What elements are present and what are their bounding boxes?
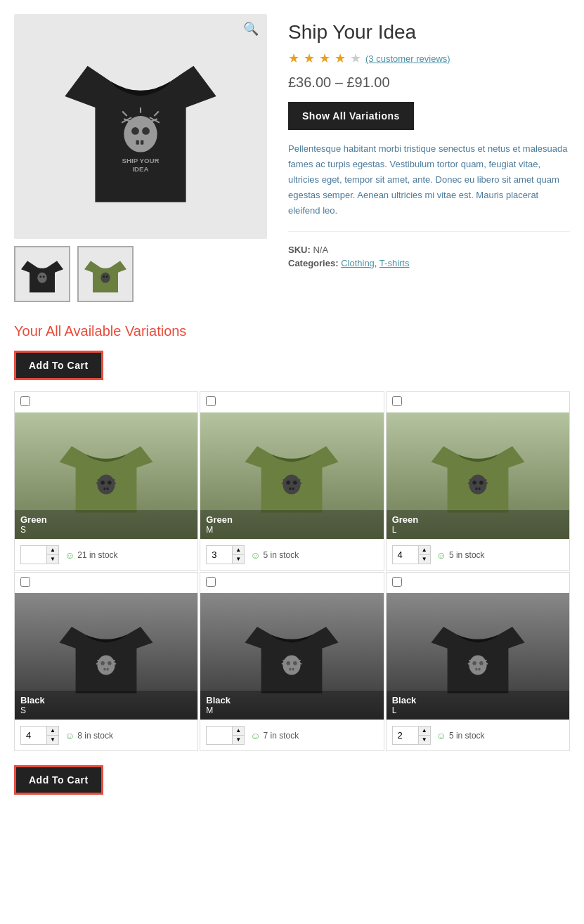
star-5: ★ [350,51,361,66]
variation-label-2: GreenL [387,510,569,539]
stock-icon-2: ☺ [436,549,446,561]
category-clothing[interactable]: Clothing [341,258,375,268]
stock-icon-5: ☺ [436,730,446,741]
thumbnail-green[interactable] [77,246,134,302]
variation-controls-1: ▲ ▼ ☺ 5 in stock [200,539,383,570]
star-3: ★ [319,51,330,66]
stock-text-5: 5 in stock [449,731,485,741]
variation-checkbox-row-5 [387,573,569,593]
zoom-icon[interactable]: 🔍 [243,21,259,37]
category-tshirts[interactable]: T-shirts [379,258,410,268]
reviews-link[interactable]: (3 customer reviews) [365,53,450,64]
svg-rect-55 [290,668,292,671]
variation-checkbox-3[interactable] [20,577,30,587]
title-prefix: Your [14,323,46,339]
qty-up-0[interactable]: ▲ [46,546,58,555]
variation-size-5: L [392,705,564,715]
variation-size-0: S [20,525,192,535]
categories-row: Categories: Clothing, T-shirts [288,258,570,268]
sku-row: SKU: N/A [288,245,570,255]
product-images-section: 🔍 SHIP YOUR IDEA [14,14,267,302]
svg-rect-46 [104,668,106,671]
qty-input-0[interactable] [21,547,46,563]
title-suffix: Available Variations [61,323,186,339]
variation-size-1: M [206,525,377,535]
svg-rect-3 [136,140,139,144]
qty-input-2[interactable] [393,547,418,563]
stock-info-4: ☺ 7 in stock [250,730,299,741]
variation-card-black-l: BlackL ▲ ▼ ☺ 5 in stock [386,572,570,751]
stock-info-5: ☺ 5 in stock [436,730,485,741]
variation-checkbox-1[interactable] [206,396,216,406]
product-title: Ship Your Idea [288,21,570,44]
qty-input-5[interactable] [393,727,418,743]
stock-text-2: 5 in stock [449,550,485,560]
variation-image-1: GreenM [200,412,383,539]
variations-title: Your All Available Variations [14,323,570,339]
svg-point-52 [283,656,301,675]
svg-rect-65 [479,668,481,671]
qty-input-wrap-2: ▲ ▼ [392,545,431,564]
svg-point-15 [106,275,108,278]
svg-point-12 [43,275,45,278]
svg-point-34 [469,475,486,495]
qty-down-3[interactable]: ▼ [46,736,58,744]
variation-checkbox-row-4 [200,573,383,593]
star-4: ★ [335,51,346,66]
add-to-cart-bottom-button[interactable]: Add To Cart [14,765,103,795]
variation-label-1: GreenM [200,510,383,539]
variation-checkbox-0[interactable] [20,396,30,406]
variation-checkbox-row-3 [15,573,197,593]
qty-up-1[interactable]: ▲ [232,546,244,555]
variation-checkbox-row-2 [387,392,569,412]
main-tshirt-svg: SHIP YOUR IDEA [63,28,218,225]
qty-down-4[interactable]: ▼ [232,736,244,744]
qty-up-4[interactable]: ▲ [232,727,244,736]
variation-checkbox-4[interactable] [206,577,216,587]
svg-point-11 [39,275,41,278]
qty-down-0[interactable]: ▼ [46,555,58,564]
variation-size-3: S [20,705,192,715]
svg-text:SHIP YOUR: SHIP YOUR [122,157,160,164]
svg-point-2 [142,127,150,135]
qty-input-4[interactable] [207,727,232,743]
qty-down-2[interactable]: ▼ [418,555,430,564]
qty-input-1[interactable] [207,547,232,563]
product-meta: SKU: N/A Categories: Clothing, T-shirts [288,245,570,268]
variation-checkbox-5[interactable] [392,577,402,587]
variation-image-3: BlackS [15,593,197,720]
stock-info-3: ☺ 8 in stock [65,730,113,741]
add-to-cart-top-button[interactable]: Add To Cart [14,351,103,380]
variations-section: Your All Available Variations Add To Car… [14,323,570,806]
qty-input-3[interactable] [21,727,46,743]
stock-info-0: ☺ 21 in stock [65,549,118,561]
title-highlight: All [46,323,61,339]
qty-up-5[interactable]: ▲ [418,727,430,736]
stock-text-4: 7 in stock [264,731,299,741]
svg-rect-20 [107,488,109,490]
stock-icon-4: ☺ [250,730,260,741]
stock-info-2: ☺ 5 in stock [436,549,485,561]
qty-arrows-5: ▲ ▼ [418,727,430,744]
qty-down-5[interactable]: ▼ [418,736,430,744]
svg-rect-29 [292,488,294,490]
qty-arrows-1: ▲ ▼ [232,546,244,564]
show-variations-button[interactable]: Show All Variations [288,102,414,130]
svg-point-10 [37,273,47,283]
star-1: ★ [288,51,299,66]
thumbnail-black[interactable] [14,246,70,302]
svg-rect-64 [475,668,477,671]
svg-rect-37 [475,488,477,490]
qty-up-3[interactable]: ▲ [46,727,58,736]
svg-point-16 [98,475,115,495]
svg-point-13 [100,273,110,283]
qty-arrows-2: ▲ ▼ [418,546,430,564]
qty-down-1[interactable]: ▼ [232,555,244,564]
price-range: £36.00 – £91.00 [288,74,570,91]
qty-up-2[interactable]: ▲ [418,546,430,555]
stock-text-0: 21 in stock [77,550,117,560]
variation-image-5: BlackL [387,593,569,720]
sku-value: N/A [313,245,328,255]
stock-text-1: 5 in stock [264,550,299,560]
variation-checkbox-2[interactable] [392,396,402,406]
